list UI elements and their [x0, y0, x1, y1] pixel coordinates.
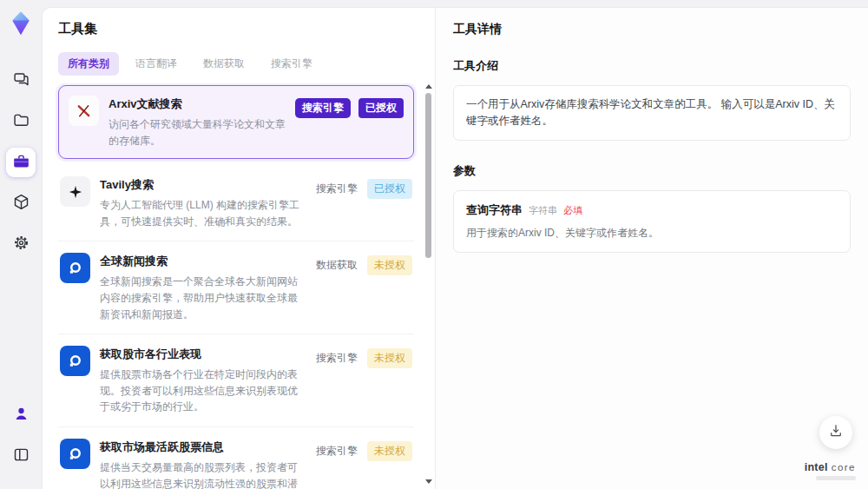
intro-heading: 工具介绍	[453, 58, 851, 74]
tavily-star-icon	[60, 176, 90, 207]
tool-card-tavily[interactable]: Tavily搜索 专为人工智能代理 (LLM) 构建的搜索引擎工具，可快速提供实…	[58, 165, 414, 241]
folder-icon	[12, 111, 30, 133]
stock-sector-icon	[60, 346, 90, 376]
nav-packages[interactable]	[6, 188, 36, 218]
tool-description: 提供当天交易量最高的股票列表，投资者可以利用这些信息来识别流动性强的股票和潜在的…	[100, 459, 305, 489]
detail-title: 工具详情	[453, 22, 851, 37]
scrollbar-thumb[interactable]	[425, 93, 431, 258]
category-tabs: 所有类别 语言翻译 数据获取 搜索引擎	[58, 52, 419, 76]
tool-name: 获取市场最活跃股票信息	[100, 439, 305, 455]
tool-name: Tavily搜索	[100, 177, 305, 193]
left-rail	[0, 0, 42, 489]
tool-list: Arxiv文献搜索 访问各个研究领域大量科学论文和文章的存储库。 搜索引擎 已授…	[43, 83, 435, 489]
param-name: 查询字符串	[466, 202, 523, 218]
tool-card-stock-sector[interactable]: 获取股市各行业表现 提供股票市场各个行业在特定时间段内的表现。投资者可以利用这些…	[58, 334, 414, 427]
tool-description: 访问各个研究领域大量科学论文和文章的存储库。	[108, 116, 286, 149]
nav-toolbox[interactable]	[6, 148, 36, 177]
tool-list-panel: 工具集 所有类别 语言翻译 数据获取 搜索引擎	[43, 8, 436, 489]
app-window: 工具集 所有类别 语言翻译 数据获取 搜索引擎	[0, 0, 868, 489]
tab-language-translation[interactable]: 语言翻译	[126, 52, 187, 76]
tool-description: 全球新闻搜索是一个聚合全球各大新闻网站内容的搜索引擎，帮助用户快速获取全球最新资…	[100, 274, 305, 322]
status-badge: 已授权	[358, 98, 404, 118]
brand-sub-bar	[816, 476, 856, 480]
tool-card-global-news[interactable]: 全球新闻搜索 全球新闻搜索是一个聚合全球各大新闻网站内容的搜索引擎，帮助用户快速…	[58, 241, 414, 334]
nav-collapse-panel[interactable]	[6, 441, 36, 471]
active-stocks-icon	[60, 439, 90, 469]
category-badge: 数据获取	[314, 255, 359, 275]
param-required-label: 必填	[563, 204, 582, 217]
status-badge: 未授权	[367, 255, 412, 275]
category-badge: 搜索引擎	[295, 98, 351, 118]
tool-description: 提供股票市场各个行业在特定时间段内的表现。投资者可以利用这些信息来识别表现优于或…	[100, 367, 305, 415]
brand-core: core	[832, 462, 856, 472]
tab-search-engine[interactable]: 搜索引擎	[261, 52, 322, 76]
status-badge: 未授权	[367, 348, 412, 368]
scroll-down-arrow[interactable]	[425, 479, 432, 484]
main-surface: 工具集 所有类别 语言翻译 数据获取 搜索引擎	[42, 7, 868, 489]
user-icon	[12, 405, 30, 426]
status-badge: 未授权	[367, 441, 412, 461]
nav-settings[interactable]	[6, 229, 36, 259]
gear-icon	[12, 234, 30, 255]
category-badge: 搜索引擎	[314, 441, 359, 461]
toolbox-icon	[12, 152, 30, 174]
nav-files[interactable]	[6, 107, 36, 136]
cube-icon	[12, 193, 30, 215]
nav-chat[interactable]	[6, 66, 36, 96]
tool-card-arxiv[interactable]: Arxiv文献搜索 访问各个研究领域大量科学论文和文章的存储库。 搜索引擎 已授…	[58, 85, 414, 159]
category-badge: 搜索引擎	[314, 348, 359, 368]
intro-text: 一个用于从Arxiv存储库搜索科学论文和文章的工具。 输入可以是Arxiv ID…	[453, 85, 851, 141]
tool-card-active-stocks[interactable]: 获取市场最活跃股票信息 提供当天交易量最高的股票列表，投资者可以利用这些信息来识…	[58, 427, 414, 489]
list-scrollbar[interactable]	[424, 84, 432, 484]
download-button[interactable]	[819, 416, 852, 449]
intel-core-logo: intel core	[805, 459, 856, 480]
tool-name: Arxiv文献搜索	[108, 96, 286, 112]
tool-name: 获取股市各行业表现	[100, 347, 305, 362]
param-description: 用于搜索的Arxiv ID、关键字或作者姓名。	[466, 226, 838, 241]
params-heading: 参数	[453, 163, 851, 179]
param-type: 字符串	[529, 204, 557, 217]
app-logo-icon	[8, 10, 34, 36]
tool-name: 全球新闻搜索	[100, 254, 305, 269]
parameter-item: 查询字符串 字符串 必填 用于搜索的Arxiv ID、关键字或作者姓名。	[453, 190, 851, 253]
panel-toggle-icon	[12, 446, 30, 467]
chat-icon	[12, 70, 30, 92]
tab-data-acquisition[interactable]: 数据获取	[194, 52, 254, 76]
tool-description: 专为人工智能代理 (LLM) 构建的搜索引擎工具，可快速提供实时、准确和真实的结…	[100, 197, 305, 229]
tab-all-categories[interactable]: 所有类别	[58, 52, 119, 76]
page-title: 工具集	[58, 21, 419, 37]
scroll-up-arrow[interactable]	[425, 84, 432, 89]
brand-intel: intel	[805, 461, 828, 473]
nav-user[interactable]	[6, 400, 36, 430]
download-icon	[828, 423, 844, 442]
category-badge: 搜索引擎	[314, 179, 359, 199]
tool-detail-panel: 工具详情 工具介绍 一个用于从Arxiv存储库搜索科学论文和文章的工具。 输入可…	[436, 8, 868, 489]
status-badge: 已授权	[367, 179, 412, 199]
arxiv-logo-icon	[69, 96, 99, 126]
global-news-icon	[60, 253, 90, 283]
